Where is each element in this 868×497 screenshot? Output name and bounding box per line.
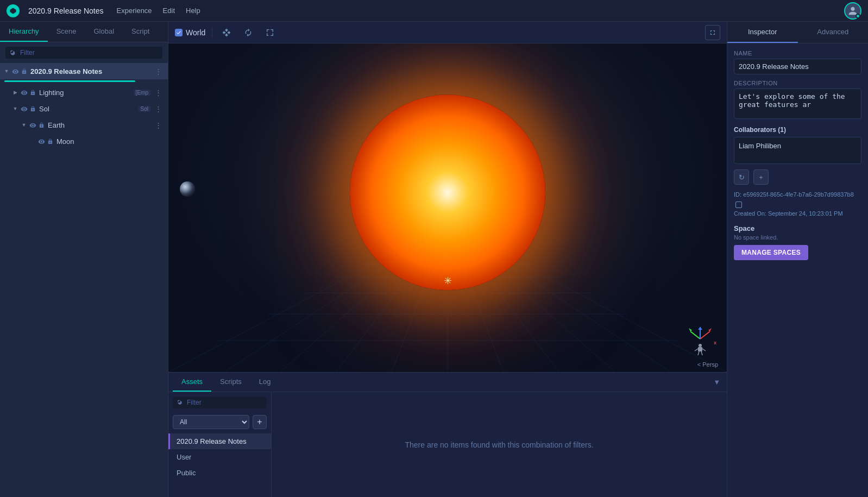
svg-line-31: [698, 351, 699, 355]
assets-type-row: All +: [168, 413, 271, 433]
viewport[interactable]: ✳: [168, 43, 727, 372]
inspector-add-button[interactable]: +: [753, 169, 769, 185]
svg-point-27: [699, 344, 702, 347]
rotate-tool-icon[interactable]: [241, 25, 256, 40]
tree-eye-sol[interactable]: [20, 104, 28, 113]
inspector-id-section: ID: e596925f-865c-4fe7-b7a6-29b7d99837b8…: [734, 190, 861, 219]
assets-filter-input[interactable]: [187, 399, 262, 406]
inspector-name-input[interactable]: [734, 59, 861, 74]
search-icon: [10, 49, 17, 56]
inspector-description-section: Description Let's explore some of the gr…: [734, 80, 861, 121]
assets-list-item-public[interactable]: Public: [168, 465, 271, 481]
scroll-indicator: [4, 80, 135, 82]
tree-eye-moon[interactable]: [37, 137, 46, 146]
app-logo[interactable]: [7, 4, 20, 17]
inspector-description-textarea[interactable]: Let's explore some of the great features…: [734, 89, 861, 119]
tree-eye-lighting[interactable]: [20, 88, 28, 97]
viewport-gizmo[interactable]: x: [683, 322, 718, 357]
tree-item-root[interactable]: ▼ 2020.9 Release Notes ⋮: [0, 63, 168, 79]
inspector-space-label: Space: [734, 224, 861, 232]
bottom-tabs-row: Assets Scripts Log ▼: [168, 373, 727, 392]
inspector-id-value: e596925f-865c-4fe7-b7a6-29b7d99837b8: [743, 191, 854, 198]
tab-log[interactable]: Log: [250, 373, 280, 392]
hierarchy-filter-input[interactable]: [20, 49, 158, 56]
inspector-refresh-button[interactable]: ↻: [734, 169, 749, 185]
tree-label-lighting: Lighting: [37, 89, 134, 97]
tree-menu-sol[interactable]: ⋮: [153, 103, 163, 114]
tree-item-moon[interactable]: ▶ Moon: [0, 133, 168, 149]
assets-list-item-user[interactable]: User: [168, 449, 271, 465]
tree-arrow-sol[interactable]: ▼: [11, 104, 20, 113]
tree-arrow-earth[interactable]: ▼: [20, 121, 28, 129]
tab-inspector[interactable]: Inspector: [727, 22, 798, 43]
svg-line-21: [700, 331, 710, 339]
svg-line-30: [702, 349, 706, 351]
nav-experience[interactable]: Experience: [117, 7, 152, 15]
manage-spaces-button[interactable]: MANAGE SPACES: [734, 245, 808, 260]
tab-scripts[interactable]: Scripts: [211, 373, 250, 392]
world-label: World: [186, 28, 205, 37]
tree-menu-root[interactable]: ⋮: [153, 66, 163, 77]
tree-eye-earth[interactable]: [28, 121, 37, 129]
inspector-created-value: September 24, 10:23:01 PM: [768, 210, 843, 217]
right-panel: Inspector Advanced Name Description Let'…: [727, 22, 868, 497]
tree-item-earth[interactable]: ▼ Earth ⋮: [0, 117, 168, 133]
tree-item-sol[interactable]: ▼ Sol Sol ⋮: [0, 100, 168, 117]
bottom-panel-chevron[interactable]: ▼: [711, 376, 722, 388]
tab-hierarchy[interactable]: Hierarchy: [0, 22, 48, 42]
tree-lock-sol[interactable]: [28, 104, 37, 113]
toolbar-divider-1: [212, 27, 212, 38]
svg-line-29: [695, 349, 698, 351]
svg-marker-26: [698, 327, 702, 330]
user-avatar[interactable]: [844, 2, 861, 20]
tree-menu-earth[interactable]: ⋮: [153, 119, 163, 130]
inspector-actions-row: ↻ +: [734, 169, 861, 185]
assets-type-select[interactable]: All: [173, 415, 249, 429]
tree-arrow-root[interactable]: ▼: [2, 67, 11, 76]
svg-line-32: [701, 351, 702, 355]
tree-item-lighting[interactable]: ▶ Lighting [Emp ⋮: [0, 84, 168, 100]
copy-id-icon[interactable]: [735, 202, 742, 208]
tab-assets[interactable]: Assets: [173, 373, 211, 392]
tree-lock-earth[interactable]: [37, 121, 46, 129]
inspector-no-space-text: No space linked.: [734, 234, 861, 241]
tab-advanced[interactable]: Advanced: [798, 22, 869, 43]
inspector-collaborators-section: Collaborators (1) Liam Philiben: [734, 126, 861, 164]
bottom-panel: Assets Scripts Log ▼ All: [168, 372, 727, 497]
viewport-toolbar: World: [168, 22, 727, 43]
viewport-perspective-label: < Persp: [697, 361, 718, 368]
tab-script[interactable]: Script: [123, 22, 158, 42]
inspector-description-label: Description: [734, 80, 861, 86]
tree-lock-lighting[interactable]: [28, 88, 37, 97]
tab-scene[interactable]: Scene: [48, 22, 85, 42]
inspector-tabs-row: Inspector Advanced: [727, 22, 868, 43]
assets-add-button[interactable]: +: [253, 415, 267, 429]
expand-viewport-button[interactable]: [705, 25, 720, 40]
assets-list-item-release-notes[interactable]: 2020.9 Release Notes: [168, 433, 271, 449]
collaborator-name: Liam Philiben: [739, 142, 781, 150]
assets-main-area: There are no items found with this combi…: [272, 392, 727, 497]
assets-content: All + 2020.9 Release Notes User Public T…: [168, 392, 727, 497]
assets-sidebar: All + 2020.9 Release Notes User Public: [168, 392, 272, 497]
tree-label-root: 2020.9 Release Notes: [28, 67, 153, 76]
nav-edit[interactable]: Edit: [163, 7, 175, 15]
world-checkbox[interactable]: World: [175, 28, 205, 37]
tree-lock-root[interactable]: [20, 67, 28, 76]
tree-menu-lighting[interactable]: ⋮: [153, 87, 163, 98]
move-tool-icon[interactable]: [219, 25, 234, 40]
tree-arrow-lighting[interactable]: ▶: [11, 88, 20, 97]
small-planet-object: [180, 181, 195, 197]
tree-lock-moon[interactable]: [46, 137, 54, 146]
online-indicator: [856, 14, 860, 18]
tree-label-earth: Earth: [46, 121, 153, 129]
nav-help[interactable]: Help: [186, 7, 200, 15]
top-header: 2020.9 Release Notes Experience Edit Hel…: [0, 0, 868, 22]
tab-global[interactable]: Global: [85, 22, 123, 42]
tree-eye-root[interactable]: [11, 67, 20, 76]
scale-tool-icon[interactable]: [262, 25, 278, 40]
svg-rect-28: [698, 347, 702, 351]
tree-label-sol: Sol: [37, 105, 139, 113]
center-panel: World: [168, 22, 727, 497]
svg-marker-24: [689, 328, 692, 331]
inspector-id-label: ID:: [734, 191, 743, 198]
